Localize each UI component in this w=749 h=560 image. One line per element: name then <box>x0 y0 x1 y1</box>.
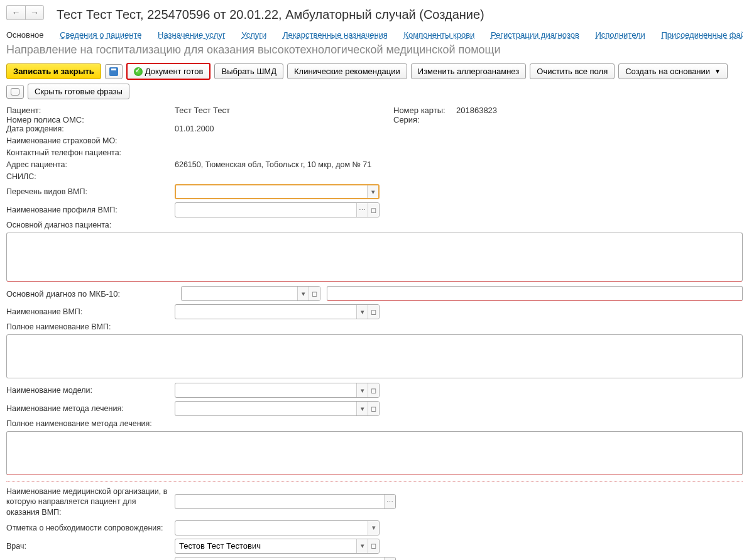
chevron-down-icon[interactable]: ▾ <box>297 287 309 300</box>
save-icon <box>109 67 118 76</box>
open-icon[interactable]: ◻ <box>368 402 379 415</box>
chat-icon <box>11 88 19 96</box>
oms-label: Номер полиса ОМС: <box>6 115 175 124</box>
escort-combo[interactable]: ▾ <box>175 520 380 535</box>
escort-input[interactable] <box>175 521 368 535</box>
mkb-label: Основной диагноз по МКБ-10: <box>6 289 175 299</box>
treatment-method-label: Наименование метода лечения: <box>6 404 175 413</box>
section-divider <box>6 481 743 481</box>
form-subtitle: Направление на госпитализацию для оказан… <box>6 43 743 57</box>
model-label: Наименование модели: <box>6 386 175 395</box>
vmp-list-label: Перечень видов ВМП: <box>6 187 175 196</box>
model-combo[interactable]: ▾ ◻ <box>175 383 380 398</box>
patient-value: Тест Тест Тест <box>175 106 230 115</box>
tab-main[interactable]: Основное <box>6 30 44 40</box>
tab-services[interactable]: Услуги <box>241 30 266 40</box>
change-allergo-button[interactable]: Изменить аллергоанамнез <box>411 63 526 79</box>
main-diag-textarea[interactable] <box>6 233 743 282</box>
more-icon[interactable]: ⋯ <box>384 557 395 560</box>
tab-diagnosis[interactable]: Регистрации диагнозов <box>491 30 579 40</box>
open-icon[interactable]: ◻ <box>309 287 320 300</box>
main-diag-label: Основной диагноз пациента: <box>6 221 175 229</box>
clear-all-button[interactable]: Очистить все поля <box>530 63 615 79</box>
chevron-down-icon[interactable]: ▾ <box>356 383 368 397</box>
dob-value: 01.01.2000 <box>175 124 214 133</box>
patient-label: Пациент: <box>6 106 175 115</box>
vmp-full-label: Полное наименование ВМП: <box>6 322 175 331</box>
chevron-down-icon[interactable]: ▾ <box>368 521 379 535</box>
open-icon[interactable]: ◻ <box>368 203 379 217</box>
more-icon[interactable]: ⋯ <box>384 495 395 508</box>
choose-shmd-button[interactable]: Выбрать ШМД <box>214 63 283 79</box>
vmp-profile-label: Наименование профиля ВМП: <box>6 206 175 214</box>
tab-service-assign[interactable]: Назначение услуг <box>158 30 226 40</box>
treatment-method-combo[interactable]: ▾ ◻ <box>175 401 380 416</box>
card-value: 201863823 <box>456 106 497 115</box>
med-org-input[interactable] <box>175 495 384 508</box>
open-icon[interactable]: ◻ <box>368 539 379 553</box>
med-org-label: Наименование медицинской организации, в … <box>6 486 175 517</box>
mkb-combo[interactable]: ▾ ◻ <box>181 286 320 301</box>
tab-patient-info[interactable]: Сведения о пациенте <box>60 30 141 40</box>
mkb-desc-field[interactable] <box>327 286 743 301</box>
doctor-combo[interactable]: ▾ ◻ <box>175 539 380 554</box>
create-based-button[interactable]: Создать на основании▼ <box>618 63 728 79</box>
escort-label: Отметка о необходимости сопровождения: <box>6 524 175 532</box>
dob-label: Дата рождения: <box>6 124 175 133</box>
vmp-profile-input[interactable] <box>175 203 356 217</box>
treatment-method-input[interactable] <box>175 402 356 415</box>
model-input[interactable] <box>175 383 356 397</box>
snils-label: СНИЛС: <box>6 172 175 181</box>
card-label: Номер карты: <box>393 106 456 115</box>
hide-ready-phrases-button[interactable]: Скрыть готовые фразы <box>28 84 129 99</box>
doctor-phone-combo[interactable]: ⋯ <box>175 557 396 560</box>
more-icon[interactable]: ⋯ <box>356 203 368 217</box>
vmp-full-textarea[interactable] <box>6 334 743 378</box>
chevron-down-icon: ▼ <box>714 68 721 75</box>
mkb-input[interactable] <box>182 287 297 300</box>
nav-forward-button[interactable]: → <box>25 5 44 20</box>
contact-phone-label: Контактный телефон пациента: <box>6 148 175 157</box>
chat-button[interactable] <box>6 85 24 99</box>
address-label: Адрес пациента: <box>6 160 175 169</box>
chevron-down-icon[interactable]: ▾ <box>356 305 368 319</box>
page-title: Тест Тест Тест, 225470596 от 20.01.22, А… <box>57 8 484 22</box>
tab-executors[interactable]: Исполнители <box>595 30 645 40</box>
chevron-down-icon[interactable]: ▾ <box>367 185 378 198</box>
nav-back-button[interactable]: ← <box>6 5 25 20</box>
vmp-name-label: Наименование ВМП: <box>6 307 175 316</box>
vmp-list-input[interactable] <box>176 185 367 198</box>
treatment-full-label: Полное наименование метода лечения: <box>6 419 175 428</box>
document-ready-button[interactable]: Документ готов <box>126 63 211 80</box>
address-value: 626150, Тюменская обл, Тобольск г, 10 мк… <box>175 160 371 169</box>
chevron-down-icon[interactable]: ▾ <box>356 402 368 415</box>
doctor-input[interactable] <box>175 539 356 553</box>
save-button[interactable] <box>105 64 123 79</box>
tab-files[interactable]: Присоединенные файлы <box>661 30 743 40</box>
chevron-down-icon[interactable]: ▾ <box>356 539 368 553</box>
med-org-combo[interactable]: ⋯ <box>175 494 396 509</box>
open-icon[interactable]: ◻ <box>368 305 379 319</box>
vmp-list-combo[interactable]: ▾ <box>175 184 380 199</box>
tabs-bar: Основное Сведения о пациенте Назначение … <box>6 30 743 40</box>
doctor-phone-input[interactable] <box>175 557 384 560</box>
tab-medication[interactable]: Лекарственные назначения <box>283 30 388 40</box>
tab-blood[interactable]: Компоненты крови <box>404 30 475 40</box>
open-icon[interactable]: ◻ <box>368 383 379 397</box>
save-and-close-button[interactable]: Записать и закрыть <box>6 63 101 79</box>
treatment-full-textarea[interactable] <box>6 431 743 475</box>
series-label: Серия: <box>393 115 456 124</box>
vmp-name-input[interactable] <box>175 305 356 319</box>
check-icon <box>134 67 143 76</box>
vmp-name-combo[interactable]: ▾ ◻ <box>175 304 380 319</box>
clinical-recommendations-button[interactable]: Клинические рекомендации <box>287 63 407 79</box>
doctor-label: Врач: <box>6 542 175 551</box>
insurance-mo-label: Наименование страховой МО: <box>6 136 175 145</box>
vmp-profile-combo[interactable]: ⋯ ◻ <box>175 202 380 217</box>
